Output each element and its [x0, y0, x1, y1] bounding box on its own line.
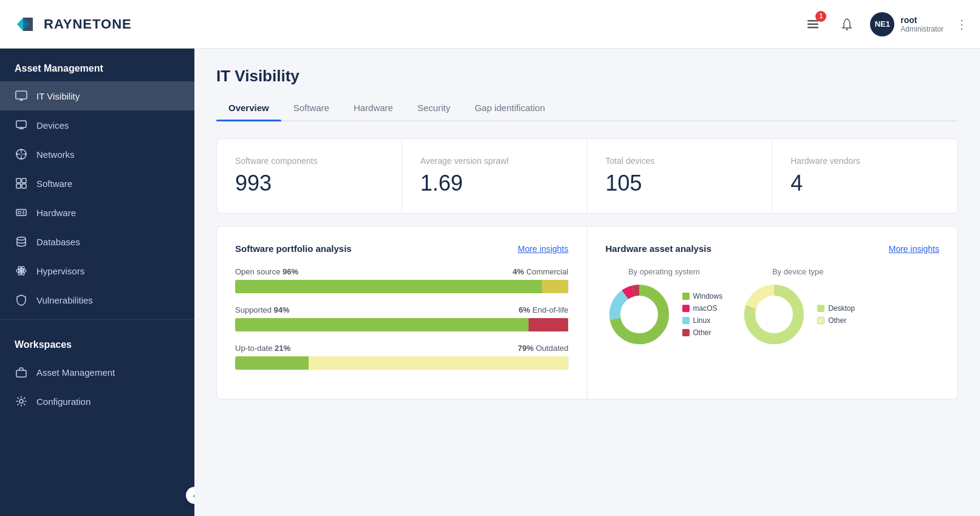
- svg-point-30: [20, 270, 23, 273]
- bar-green-0: [235, 280, 542, 293]
- stat-label-1: Average version sprawl: [420, 156, 569, 166]
- user-area: NE1 root Administrator: [870, 12, 944, 36]
- menu-button[interactable]: 1: [802, 13, 824, 35]
- bar-yellow-2: [309, 356, 569, 370]
- user-info: root Administrator: [900, 15, 944, 33]
- legend-dot-desktop: [817, 305, 824, 312]
- portfolio-labels-1: Supported 94% 6% End-of-life: [235, 305, 569, 314]
- stat-label-3: Hardware vendors: [790, 156, 939, 166]
- tab-software[interactable]: Software: [281, 97, 341, 120]
- svg-point-15: [25, 154, 27, 155]
- sidebar-item-asset-management[interactable]: Asset Management: [0, 358, 194, 387]
- label-outdated: 79% Outdated: [518, 344, 568, 353]
- svg-rect-24: [16, 209, 26, 216]
- svg-point-12: [21, 149, 22, 151]
- logo-icon: [12, 12, 38, 37]
- asset-management-title: Asset Management: [0, 49, 194, 81]
- legend-dot-macos: [682, 305, 690, 312]
- sidebar-label-devices: Devices: [36, 120, 69, 131]
- svg-point-14: [16, 154, 18, 155]
- svg-point-41: [621, 296, 657, 333]
- svg-rect-5: [16, 91, 27, 99]
- progress-bar-2: [235, 356, 569, 370]
- svg-rect-21: [22, 178, 26, 183]
- stat-label-2: Total devices: [606, 156, 754, 166]
- svg-point-4: [846, 29, 848, 30]
- bell-icon: [840, 18, 854, 31]
- portfolio-row-uptodate: Up-to-date 21% 79% Outdated: [235, 344, 569, 370]
- device-chart-section: By device type: [741, 267, 855, 348]
- tabs-bar: Overview Software Hardware Security Gap …: [216, 97, 958, 121]
- sidebar-label-hypervisors: Hypervisors: [36, 266, 84, 276]
- content-area: IT Visibility Overview Software Hardware…: [194, 49, 980, 516]
- hardware-analysis-title: Hardware asset analysis: [606, 243, 711, 254]
- sidebar-item-vulnerabilities[interactable]: Vulnerabilities: [0, 285, 194, 314]
- user-name: root: [900, 15, 944, 25]
- analysis-row: Software portfolio analysis More insight…: [216, 226, 958, 399]
- svg-point-13: [21, 158, 22, 160]
- legend-dot-linux: [682, 317, 690, 324]
- svg-rect-34: [16, 370, 26, 377]
- device-chart-title: By device type: [741, 267, 855, 276]
- software-analysis-header: Software portfolio analysis More insight…: [235, 243, 569, 254]
- legend-other-device: Other: [817, 316, 855, 325]
- stat-value-3: 4: [790, 171, 939, 196]
- hardware-more-insights-link[interactable]: More insights: [889, 244, 939, 254]
- tab-security[interactable]: Security: [405, 97, 462, 120]
- os-legend: Windows macOS Linux: [682, 292, 723, 337]
- svg-rect-8: [16, 121, 26, 127]
- sidebar-collapse-button[interactable]: ‹: [186, 487, 194, 504]
- svg-rect-25: [18, 211, 21, 214]
- gear-icon: [15, 395, 28, 408]
- stat-label-0: Software components: [235, 156, 383, 166]
- device-legend: Desktop Other: [817, 304, 855, 325]
- stat-avg-version-sprawl: Average version sprawl 1.69: [402, 139, 588, 213]
- software-more-insights-link[interactable]: More insights: [518, 244, 568, 254]
- sidebar-item-databases[interactable]: Databases: [0, 227, 194, 256]
- user-role: Administrator: [900, 25, 944, 33]
- hardware-analysis-panel: Hardware asset analysis More insights By…: [588, 226, 958, 399]
- stat-value-1: 1.69: [420, 171, 569, 196]
- bar-green-2: [235, 356, 309, 370]
- svg-point-29: [17, 237, 26, 240]
- svg-point-35: [19, 399, 23, 403]
- label-supported: Supported 94%: [235, 305, 290, 314]
- sidebar-label-databases: Databases: [36, 237, 80, 247]
- tab-gap-identification[interactable]: Gap identification: [462, 97, 557, 120]
- hardware-icon: [15, 206, 28, 219]
- sidebar: Asset Management IT Visibility: [0, 49, 194, 516]
- stat-value-2: 105: [606, 171, 754, 196]
- sidebar-label-asset-management: Asset Management: [36, 367, 115, 378]
- sidebar-label-vulnerabilities: Vulnerabilities: [36, 295, 93, 305]
- sidebar-label-configuration: Configuration: [36, 396, 91, 407]
- tab-overview[interactable]: Overview: [216, 97, 281, 120]
- more-options-button[interactable]: ⋮: [956, 17, 968, 32]
- stats-row: Software components 993 Average version …: [216, 138, 958, 214]
- sidebar-item-software[interactable]: Software: [0, 169, 194, 198]
- sidebar-item-configuration[interactable]: Configuration: [0, 387, 194, 416]
- database-icon: [15, 235, 28, 248]
- logo-text: RAYNETONE: [44, 16, 132, 32]
- bar-accent-0: [542, 280, 569, 293]
- sidebar-label-it-visibility: IT Visibility: [36, 91, 80, 101]
- sidebar-item-it-visibility[interactable]: IT Visibility: [0, 81, 194, 110]
- device-donut-wrapper: Desktop Other: [741, 281, 855, 348]
- progress-bar-0: [235, 280, 569, 293]
- label-commercial: 4% Commercial: [513, 267, 569, 276]
- svg-rect-2: [807, 23, 818, 25]
- notification-badge: 1: [815, 11, 826, 22]
- grid-icon: [15, 177, 28, 190]
- bell-button[interactable]: [836, 13, 858, 35]
- sidebar-item-hypervisors[interactable]: Hypervisors: [0, 256, 194, 285]
- sidebar-item-networks[interactable]: Networks: [0, 140, 194, 169]
- top-header: RAYNETONE 1 NE1 root Administrator ⋮: [0, 0, 980, 49]
- sidebar-item-hardware[interactable]: Hardware: [0, 198, 194, 227]
- legend-dot-other-device: [817, 317, 824, 324]
- label-eol: 6% End-of-life: [519, 305, 569, 314]
- stat-software-components: Software components 993: [217, 139, 402, 213]
- tab-hardware[interactable]: Hardware: [341, 97, 405, 120]
- portfolio-labels-0: Open source 96% 4% Commercial: [235, 267, 569, 276]
- progress-bar-1: [235, 318, 569, 331]
- legend-dot-windows: [682, 293, 690, 300]
- sidebar-item-devices[interactable]: Devices: [0, 110, 194, 140]
